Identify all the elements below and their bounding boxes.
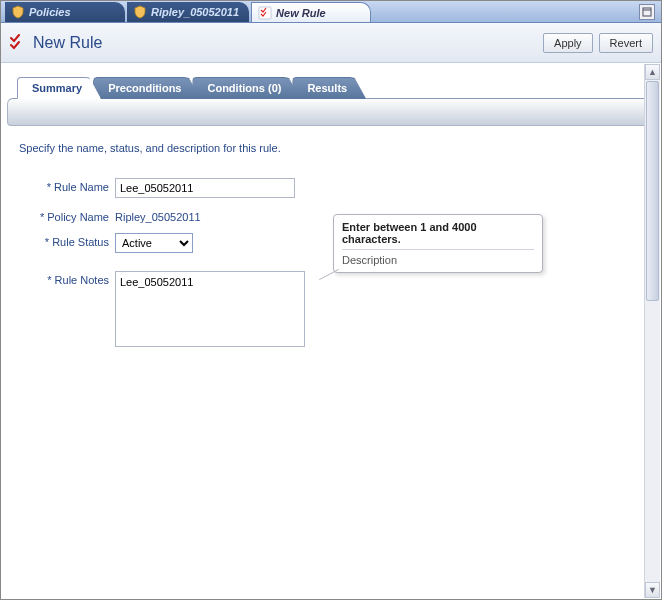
label-rule-notes: * Rule Notes bbox=[19, 271, 115, 286]
section-band bbox=[7, 98, 655, 126]
maximize-icon[interactable] bbox=[639, 4, 655, 20]
row-rule-status: * Rule Status Active bbox=[19, 233, 643, 253]
section-tab-bar: Summary Preconditions Conditions (0) Res… bbox=[1, 75, 661, 99]
page-title: New Rule bbox=[33, 34, 102, 52]
tab-preconditions[interactable]: Preconditions bbox=[93, 77, 200, 99]
shield-icon bbox=[11, 5, 25, 19]
rule-name-input[interactable] bbox=[115, 178, 295, 198]
rule-notes-textarea[interactable] bbox=[115, 271, 305, 347]
instructions-text: Specify the name, status, and descriptio… bbox=[19, 142, 643, 154]
scroll-up-arrow[interactable]: ▲ bbox=[645, 64, 660, 80]
header-bar: New Rule Apply Revert bbox=[1, 23, 661, 63]
tooltip-title: Enter between 1 and 4000 characters. bbox=[342, 221, 534, 245]
shield-icon bbox=[133, 5, 147, 19]
row-rule-name: * Rule Name bbox=[19, 178, 643, 198]
rule-icon bbox=[258, 6, 272, 20]
row-policy-name: * Policy Name Ripley_05052011 bbox=[19, 208, 643, 223]
tab-label: Conditions (0) bbox=[207, 82, 281, 94]
label-policy-name: * Policy Name bbox=[19, 208, 115, 223]
tab-results[interactable]: Results bbox=[292, 77, 366, 99]
doc-tab-label: Policies bbox=[29, 6, 71, 18]
apply-button[interactable]: Apply bbox=[543, 33, 593, 53]
label-text: Rule Notes bbox=[55, 274, 109, 286]
required-marker: * bbox=[47, 274, 54, 286]
label-text: Rule Status bbox=[52, 236, 109, 248]
policy-name-value: Ripley_05052011 bbox=[115, 208, 201, 223]
divider bbox=[342, 249, 534, 250]
hint-tooltip: Enter between 1 and 4000 characters. Des… bbox=[333, 214, 543, 273]
doc-tab-ripley[interactable]: Ripley_05052011 bbox=[127, 2, 249, 22]
label-rule-status: * Rule Status bbox=[19, 233, 115, 248]
rule-icon bbox=[9, 34, 27, 52]
tab-label: Results bbox=[307, 82, 347, 94]
doc-tab-new-rule[interactable]: New Rule bbox=[251, 2, 371, 22]
vertical-scrollbar[interactable]: ▲ ▼ bbox=[644, 64, 660, 598]
tooltip-tail bbox=[318, 266, 340, 278]
document-tab-bar: Policies Ripley_05052011 New Rule bbox=[1, 1, 661, 23]
doc-tab-policies[interactable]: Policies bbox=[5, 2, 125, 22]
doc-tab-label: Ripley_05052011 bbox=[151, 6, 239, 18]
revert-button[interactable]: Revert bbox=[599, 33, 653, 53]
label-rule-name: * Rule Name bbox=[19, 178, 115, 193]
required-marker: * bbox=[47, 181, 54, 193]
row-rule-notes: * Rule Notes bbox=[19, 271, 643, 347]
label-text: Policy Name bbox=[47, 211, 109, 223]
summary-panel: Specify the name, status, and descriptio… bbox=[1, 126, 661, 367]
doc-tab-label: New Rule bbox=[276, 7, 326, 19]
tab-label: Preconditions bbox=[108, 82, 181, 94]
label-text: Rule Name bbox=[54, 181, 109, 193]
tooltip-body: Description bbox=[342, 254, 534, 266]
scroll-down-arrow[interactable]: ▼ bbox=[645, 582, 660, 598]
rule-status-select[interactable]: Active bbox=[115, 233, 193, 253]
tab-conditions[interactable]: Conditions (0) bbox=[192, 77, 300, 99]
svg-rect-1 bbox=[643, 8, 651, 16]
tab-label: Summary bbox=[32, 82, 82, 94]
rule-editor-window: Policies Ripley_05052011 New Rule bbox=[0, 0, 662, 600]
tab-summary[interactable]: Summary bbox=[17, 77, 101, 99]
scroll-thumb[interactable] bbox=[646, 81, 659, 301]
